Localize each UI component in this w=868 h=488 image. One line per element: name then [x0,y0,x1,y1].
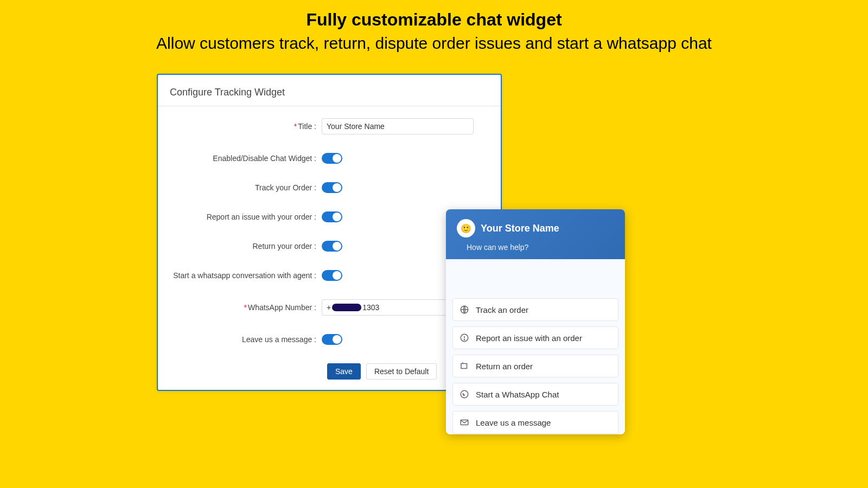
chat-option-return[interactable]: Return an order [452,355,618,377]
globe-icon [459,305,469,314]
page-headline: Fully customizable chat widget [0,0,868,30]
chat-store-name: Your Store Name [481,223,559,234]
toggle-report-issue[interactable] [322,211,342,222]
row-leave-msg: Leave us a message : [170,334,488,345]
chat-widget-preview: 🙂 Your Store Name How can we help? Track… [446,209,625,434]
mail-icon [459,418,469,427]
page-subline: Allow customers track, return, dispute o… [0,30,868,53]
toggle-leave-message[interactable] [322,334,342,345]
toggle-whatsapp-chat[interactable] [322,270,342,281]
chat-option-track[interactable]: Track an order [452,298,618,321]
row-enable: Enabled/Disable Chat Widget : [170,153,488,164]
required-mark: * [244,303,246,312]
required-mark: * [294,122,297,131]
toggle-enable-widget[interactable] [322,153,342,164]
label-whatsapp: Start a whatsapp conversation with agent… [170,271,322,280]
redacted-number [332,304,361,311]
label-return: Return your order : [170,242,322,251]
toggle-return-order[interactable] [322,241,342,252]
chat-option-message[interactable]: Leave us a message [452,411,618,434]
chat-option-label: Start a WhatsApp Chat [476,390,559,399]
panel-title: Configure Tracking Widget [170,87,488,98]
return-icon [459,361,469,371]
label-title: *Title : [170,122,322,131]
row-whatsapp: Start a whatsapp conversation with agent… [170,270,488,281]
whatsapp-icon [459,389,469,399]
row-title: *Title : [170,118,488,134]
config-form: *Title : Enabled/Disable Chat Widget : T… [170,106,488,380]
svg-point-5 [461,390,468,398]
chat-help-text: How can we help? [467,243,614,252]
alert-icon [459,333,469,343]
svg-rect-4 [461,364,467,369]
row-report: Report an issue with your order : [170,211,488,222]
save-button[interactable]: Save [327,363,361,380]
svg-point-3 [464,339,464,340]
chat-option-label: Leave us a message [476,418,551,427]
chat-body: Track an order Report an issue with an o… [446,259,625,434]
chat-option-label: Return an order [476,362,533,371]
row-track: Track your Order : [170,182,488,193]
title-input[interactable] [322,118,474,134]
label-enable: Enabled/Disable Chat Widget : [170,154,322,163]
label-wa-number: *WhatsApp Number : [170,303,322,312]
chat-header: 🙂 Your Store Name How can we help? [446,209,625,259]
toggle-track-order[interactable] [322,182,342,193]
row-wa-number: *WhatsApp Number : +1303 [170,299,488,316]
avatar: 🙂 [457,219,475,237]
chat-option-label: Report an issue with an order [476,333,582,343]
chat-option-whatsapp[interactable]: Start a WhatsApp Chat [452,383,618,406]
button-row: Save Reset to Default [170,363,488,380]
chat-option-label: Track an order [476,305,528,314]
reset-button[interactable]: Reset to Default [366,363,437,380]
chat-option-report[interactable]: Report an issue with an order [452,326,618,349]
row-return: Return your order : [170,241,488,252]
label-report: Report an issue with your order : [170,213,322,221]
label-track: Track your Order : [170,183,322,192]
label-leave-msg: Leave us a message : [170,335,322,344]
